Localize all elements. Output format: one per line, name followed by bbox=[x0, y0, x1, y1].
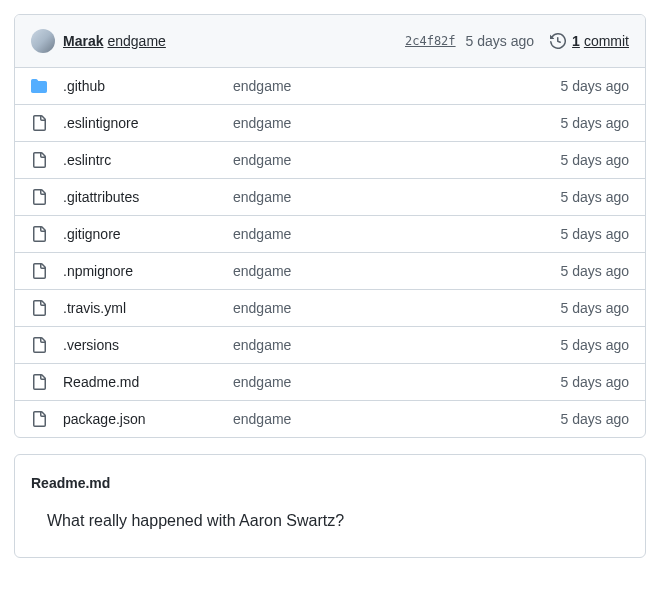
file-name-link[interactable]: .versions bbox=[63, 337, 119, 353]
table-row: .githubendgame5 days ago bbox=[15, 68, 645, 105]
row-age: 5 days ago bbox=[561, 189, 630, 205]
row-commit-message-link[interactable]: endgame bbox=[233, 189, 291, 205]
commit-age: 5 days ago bbox=[466, 33, 535, 49]
commit-author-link[interactable]: Marak bbox=[63, 33, 103, 49]
row-age: 5 days ago bbox=[561, 337, 630, 353]
file-icon bbox=[31, 374, 47, 390]
row-commit-message-link[interactable]: endgame bbox=[233, 411, 291, 427]
row-age: 5 days ago bbox=[561, 374, 630, 390]
readme-filename[interactable]: Readme.md bbox=[31, 471, 629, 509]
commit-message-link[interactable]: endgame bbox=[107, 33, 165, 49]
row-commit-message-link[interactable]: endgame bbox=[233, 374, 291, 390]
file-icon bbox=[31, 337, 47, 353]
row-age: 5 days ago bbox=[561, 78, 630, 94]
commit-sha-link[interactable]: 2c4f82f bbox=[405, 34, 456, 48]
row-commit-message-link[interactable]: endgame bbox=[233, 226, 291, 242]
file-name-link[interactable]: package.json bbox=[63, 411, 146, 427]
readme-body: What really happened with Aaron Swartz? bbox=[31, 509, 629, 533]
file-rows: .githubendgame5 days ago.eslintignoreend… bbox=[15, 68, 645, 437]
table-row: Readme.mdendgame5 days ago bbox=[15, 364, 645, 401]
row-age: 5 days ago bbox=[561, 115, 630, 131]
history-icon bbox=[550, 33, 566, 49]
row-commit-message-link[interactable]: endgame bbox=[233, 300, 291, 316]
table-row: package.jsonendgame5 days ago bbox=[15, 401, 645, 437]
latest-commit-bar: Marak endgame 2c4f82f 5 days ago 1 commi… bbox=[15, 15, 645, 68]
commit-count-suffix: commit bbox=[584, 33, 629, 49]
row-age: 5 days ago bbox=[561, 411, 630, 427]
table-row: .npmignoreendgame5 days ago bbox=[15, 253, 645, 290]
avatar[interactable] bbox=[31, 29, 55, 53]
file-icon bbox=[31, 263, 47, 279]
file-listing-panel: Marak endgame 2c4f82f 5 days ago 1 commi… bbox=[14, 14, 646, 438]
table-row: .eslintrcendgame5 days ago bbox=[15, 142, 645, 179]
file-name-link[interactable]: .travis.yml bbox=[63, 300, 126, 316]
row-commit-message-link[interactable]: endgame bbox=[233, 115, 291, 131]
table-row: .eslintignoreendgame5 days ago bbox=[15, 105, 645, 142]
file-icon bbox=[31, 115, 47, 131]
file-name-link[interactable]: .github bbox=[63, 78, 105, 94]
row-age: 5 days ago bbox=[561, 263, 630, 279]
file-icon bbox=[31, 300, 47, 316]
file-icon bbox=[31, 226, 47, 242]
row-commit-message-link[interactable]: endgame bbox=[233, 152, 291, 168]
row-commit-message-link[interactable]: endgame bbox=[233, 337, 291, 353]
file-name-link[interactable]: .eslintrc bbox=[63, 152, 111, 168]
row-age: 5 days ago bbox=[561, 152, 630, 168]
commit-count: 1 bbox=[572, 33, 580, 49]
row-commit-message-link[interactable]: endgame bbox=[233, 263, 291, 279]
file-name-link[interactable]: .gitattributes bbox=[63, 189, 139, 205]
file-icon bbox=[31, 152, 47, 168]
readme-panel: Readme.md What really happened with Aaro… bbox=[14, 454, 646, 558]
file-name-link[interactable]: .npmignore bbox=[63, 263, 133, 279]
row-age: 5 days ago bbox=[561, 226, 630, 242]
file-name-link[interactable]: .eslintignore bbox=[63, 115, 139, 131]
row-age: 5 days ago bbox=[561, 300, 630, 316]
table-row: .gitignoreendgame5 days ago bbox=[15, 216, 645, 253]
file-icon bbox=[31, 189, 47, 205]
commits-link[interactable]: 1 commit bbox=[550, 33, 629, 49]
file-icon bbox=[31, 411, 47, 427]
table-row: .travis.ymlendgame5 days ago bbox=[15, 290, 645, 327]
row-commit-message-link[interactable]: endgame bbox=[233, 78, 291, 94]
table-row: .versionsendgame5 days ago bbox=[15, 327, 645, 364]
table-row: .gitattributesendgame5 days ago bbox=[15, 179, 645, 216]
folder-icon bbox=[31, 78, 47, 94]
file-name-link[interactable]: Readme.md bbox=[63, 374, 139, 390]
file-name-link[interactable]: .gitignore bbox=[63, 226, 121, 242]
